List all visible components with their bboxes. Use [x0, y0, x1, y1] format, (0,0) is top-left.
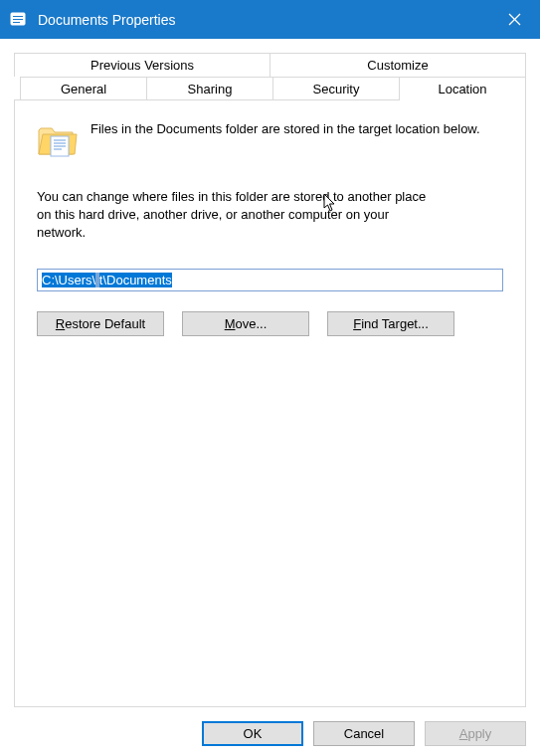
ok-button[interactable]: OK [202, 721, 303, 746]
tab-customize[interactable]: Customize [270, 53, 526, 77]
intro-text: Files in the Documents folder are stored… [90, 120, 503, 138]
tab-security[interactable]: Security [273, 77, 400, 100]
window-title: Documents Properties [38, 12, 488, 28]
dialog-button-row: OK Cancel Apply [14, 707, 526, 746]
tab-sharing[interactable]: Sharing [147, 77, 273, 100]
path-input[interactable]: C:\Users\ t\Documents [37, 269, 503, 291]
svg-rect-3 [13, 22, 20, 23]
folder-properties-icon [10, 11, 28, 29]
cancel-button[interactable]: Cancel [313, 721, 415, 746]
find-target-button[interactable]: Find Target... [327, 311, 454, 336]
dialog-body: Previous Versions Customize General Shar… [0, 39, 540, 756]
find-target-label: ind Target... [361, 316, 429, 331]
restore-default-label: estore Default [65, 316, 145, 331]
apply-label: pply [467, 726, 491, 741]
tab-previous-versions[interactable]: Previous Versions [14, 53, 270, 77]
move-button[interactable]: Move... [182, 311, 309, 336]
path-prefix: C:\Users\ [42, 273, 95, 287]
documents-folder-icon [37, 120, 77, 160]
move-label: ove... [236, 316, 268, 331]
svg-rect-2 [13, 19, 23, 20]
tab-location[interactable]: Location [400, 77, 526, 100]
tab-panel-location: Files in the Documents folder are stored… [14, 99, 526, 707]
apply-button[interactable]: Apply [425, 721, 526, 746]
svg-rect-1 [13, 16, 23, 17]
tab-strip: Previous Versions Customize General Shar… [14, 53, 526, 100]
tab-general[interactable]: General [20, 77, 147, 100]
titlebar: Documents Properties [0, 0, 540, 39]
tabs-area: Previous Versions Customize General Shar… [14, 53, 526, 707]
location-button-row: Restore Default Move... Find Target... [37, 311, 503, 336]
description-text: You can change where files in this folde… [37, 188, 435, 243]
path-suffix: t\Documents [99, 273, 172, 287]
close-button[interactable] [488, 0, 540, 39]
restore-default-button[interactable]: Restore Default [37, 311, 164, 336]
